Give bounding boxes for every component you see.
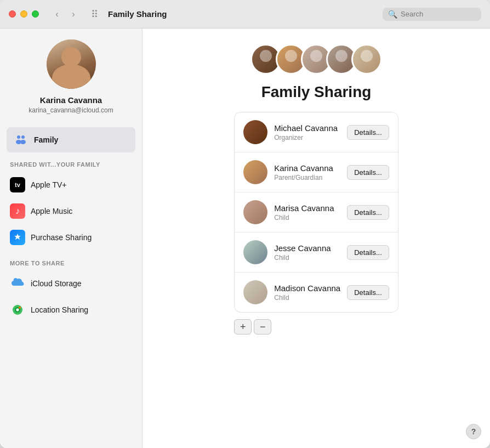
svg-point-7 — [19, 307, 21, 309]
details-button-1[interactable]: Details... — [347, 125, 389, 140]
svg-point-0 — [17, 135, 20, 139]
family-label: Family — [34, 135, 58, 144]
grid-button[interactable]: ⠿ — [87, 9, 101, 20]
member-role-2: Parent/Guardian — [274, 174, 340, 182]
close-button[interactable] — [9, 10, 16, 18]
appstore-icon — [10, 230, 25, 245]
member-info-2: Karina Cavanna Parent/Guardian — [274, 163, 340, 182]
forward-button[interactable]: › — [66, 9, 81, 20]
table-row: Madison Cavanna Child Details... — [235, 273, 398, 312]
remove-member-button[interactable]: − — [254, 319, 271, 334]
search-bar: 🔍 — [383, 8, 481, 21]
member-info-3: Marisa Cavanna Child — [274, 203, 340, 222]
shared-section-header: SHARED WIT...YOUR FAMILY — [7, 161, 135, 168]
member-avatar-1 — [243, 120, 267, 144]
app-window: ‹ › ⠿ Family Sharing 🔍 Karina Cavanna ka… — [0, 0, 490, 448]
member-name-4: Jesse Cavanna — [274, 243, 340, 253]
add-member-button[interactable]: + — [234, 319, 252, 334]
location-label: Location Sharing — [31, 305, 88, 314]
svg-point-3 — [20, 140, 26, 144]
member-avatar-4 — [243, 240, 267, 264]
table-row: Jesse Cavanna Child Details... — [235, 232, 398, 273]
member-name-1: Michael Cavanna — [274, 123, 340, 133]
minimize-button[interactable] — [20, 10, 27, 18]
traffic-lights — [9, 10, 39, 18]
table-row: Marisa Cavanna Child Details... — [235, 192, 398, 232]
member-name-5: Madison Cavanna — [274, 283, 340, 293]
member-role-3: Child — [274, 214, 340, 222]
sidebar-item-applemusic[interactable]: ♪ Apple Music — [7, 199, 135, 224]
family-avatar-2 — [276, 44, 306, 75]
main-content: Family Sharing Michael Cavanna Organizer… — [216, 29, 416, 448]
applemusic-icon: ♪ — [10, 203, 25, 219]
back-button[interactable]: ‹ — [50, 9, 64, 20]
member-role-1: Organizer — [274, 134, 340, 141]
user-profile: Karina Cavanna karina_cavanna@icloud.com — [7, 39, 135, 114]
icloud-icon — [10, 276, 25, 291]
main-content-wrapper: Family Sharing Michael Cavanna Organizer… — [143, 29, 490, 448]
help-button[interactable]: ? — [466, 424, 481, 439]
member-avatar-2 — [243, 160, 267, 184]
member-avatar-3 — [243, 200, 267, 224]
sidebar-item-purchase[interactable]: Purchase Sharing — [7, 225, 135, 250]
user-name: Karina Cavanna — [40, 95, 102, 105]
member-info-1: Michael Cavanna Organizer — [274, 123, 340, 141]
bottom-controls: + − — [234, 319, 271, 334]
user-avatar-image — [47, 39, 96, 89]
member-info-4: Jesse Cavanna Child — [274, 243, 340, 262]
maximize-button[interactable] — [32, 10, 39, 18]
titlebar: ‹ › ⠿ Family Sharing 🔍 — [0, 0, 490, 29]
sidebar-item-icloud[interactable]: iCloud Storage — [7, 271, 135, 296]
user-email: karina_cavanna@icloud.com — [29, 106, 113, 114]
member-role-4: Child — [274, 254, 340, 262]
details-button-4[interactable]: Details... — [347, 245, 389, 260]
member-role-5: Child — [274, 294, 340, 302]
avatar — [47, 39, 96, 89]
member-info-5: Madison Cavanna Child — [274, 283, 340, 302]
search-icon: 🔍 — [388, 10, 397, 19]
svg-point-6 — [16, 309, 19, 311]
sidebar: Karina Cavanna karina_cavanna@icloud.com… — [0, 29, 143, 448]
sidebar-item-family[interactable]: Family — [7, 127, 135, 152]
applemusic-label: Apple Music — [31, 207, 72, 216]
members-list: Michael Cavanna Organizer Details... Kar… — [234, 112, 398, 313]
family-avatar-3 — [301, 44, 332, 75]
member-name-3: Marisa Cavanna — [274, 203, 340, 213]
member-name-2: Karina Cavanna — [274, 163, 340, 173]
table-row: Karina Cavanna Parent/Guardian Details..… — [235, 152, 398, 192]
details-button-2[interactable]: Details... — [347, 165, 389, 180]
icloud-label: iCloud Storage — [31, 279, 82, 288]
family-icon — [13, 132, 29, 148]
sidebar-item-location[interactable]: Location Sharing — [7, 297, 135, 322]
content-area: Karina Cavanna karina_cavanna@icloud.com… — [0, 29, 490, 448]
details-button-5[interactable]: Details... — [347, 285, 389, 300]
family-avatar-4 — [326, 44, 357, 75]
table-row: Michael Cavanna Organizer Details... — [235, 112, 398, 152]
page-title: Family Sharing — [108, 9, 376, 19]
location-icon — [10, 302, 25, 317]
search-input[interactable] — [401, 10, 472, 18]
more-section-header: MORE TO SHARE — [7, 260, 135, 266]
appletv-icon: tv — [10, 177, 25, 192]
appletv-label: Apple TV+ — [31, 180, 67, 189]
member-avatar-5 — [243, 280, 267, 304]
shared-section: SHARED WIT...YOUR FAMILY tv Apple TV+ ♪ … — [7, 161, 135, 251]
details-button-3[interactable]: Details... — [347, 205, 389, 220]
main-title: Family Sharing — [261, 83, 372, 101]
family-avatar-5 — [351, 44, 382, 75]
more-section: MORE TO SHARE iCloud Storage — [7, 260, 135, 324]
svg-point-1 — [21, 135, 25, 139]
nav-buttons: ‹ › — [50, 9, 81, 20]
family-avatars-row — [250, 44, 382, 75]
family-avatar-1 — [250, 44, 281, 75]
purchase-label: Purchase Sharing — [31, 233, 92, 242]
sidebar-item-appletv[interactable]: tv Apple TV+ — [7, 172, 135, 197]
